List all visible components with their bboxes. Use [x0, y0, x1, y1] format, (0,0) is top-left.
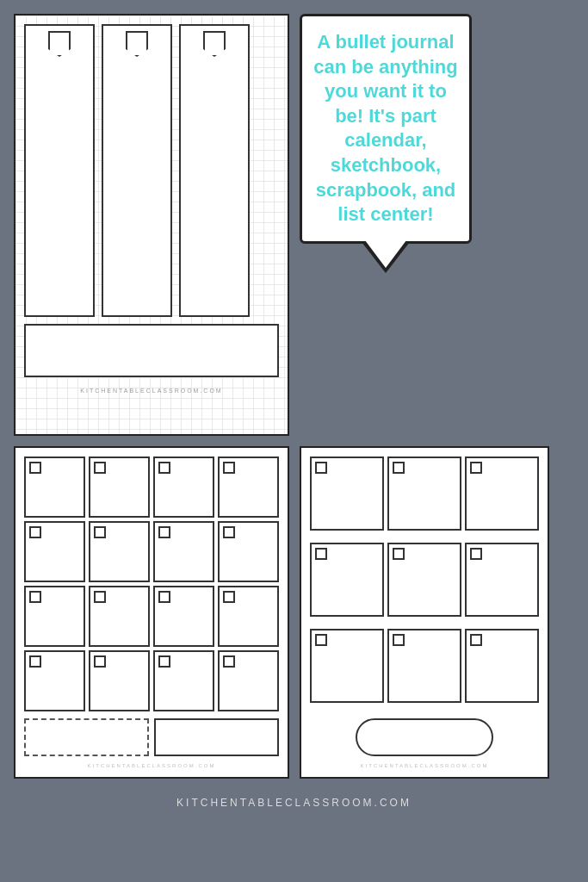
grid-cell — [153, 457, 214, 518]
cell-corner — [94, 462, 106, 474]
speech-bubble-tail — [362, 242, 410, 273]
grid-right-cells — [310, 457, 539, 711]
cell-corner — [94, 526, 106, 538]
grid-left-cells — [24, 457, 279, 711]
bookmark-notch-2 — [126, 31, 148, 57]
grid-cell — [387, 543, 461, 617]
oval-box — [356, 718, 493, 756]
footer-text: KITCHENTABLECLASSROOM.COM — [176, 797, 412, 809]
bottom-rectangle — [24, 324, 279, 377]
website-label-right: KITCHENTABLECLASSROOM.COM — [310, 763, 539, 768]
grid-cell — [465, 629, 539, 703]
cell-corner — [470, 462, 482, 474]
paper-top-left: KITCHENTABLECLASSROOM.COM — [14, 14, 289, 436]
bookmark-notch-1 — [48, 31, 71, 57]
bookmark-2 — [102, 24, 172, 317]
grid-cell — [89, 521, 150, 582]
bookmark-1 — [24, 24, 95, 317]
cell-corner — [393, 634, 405, 646]
grid-cell — [310, 629, 384, 703]
speech-bubble-wrapper: A bullet journal can be anything you wan… — [300, 14, 472, 273]
grid-cell — [24, 650, 85, 711]
grid-cell — [218, 457, 279, 518]
cell-corner — [393, 548, 405, 560]
website-label-top: KITCHENTABLECLASSROOM.COM — [24, 388, 279, 394]
cell-corner — [94, 655, 106, 668]
speech-bubble: A bullet journal can be anything you wan… — [300, 14, 472, 244]
cell-corner — [470, 548, 482, 560]
cell-corner — [29, 462, 41, 474]
grid-cell — [89, 586, 150, 647]
grid-cell — [218, 650, 279, 711]
grid-bottom-right — [310, 718, 539, 756]
grid-cell — [89, 650, 150, 711]
bookmarks-row — [24, 24, 279, 317]
cell-corner — [393, 462, 405, 474]
grid-cell — [218, 586, 279, 647]
cell-corner — [158, 462, 170, 474]
cell-corner — [223, 462, 235, 474]
speech-bubble-text: A bullet journal can be anything you wan… — [313, 31, 457, 225]
cell-corner — [94, 591, 106, 603]
top-section: KITCHENTABLECLASSROOM.COM A bullet journ… — [14, 14, 574, 436]
grid-cell — [465, 543, 539, 617]
cell-corner — [29, 526, 41, 538]
cell-corner — [29, 591, 41, 603]
solid-box-bottom — [154, 718, 279, 756]
paper-grid-right: KITCHENTABLECLASSROOM.COM — [300, 446, 549, 779]
grid-cell — [310, 543, 384, 617]
grid-cell — [387, 457, 461, 531]
grid-cell — [89, 457, 150, 518]
cell-corner — [158, 591, 170, 603]
cell-corner — [470, 634, 482, 646]
footer: KITCHENTABLECLASSROOM.COM — [14, 789, 574, 811]
grid-cell — [24, 457, 85, 518]
cell-corner — [29, 655, 41, 668]
cell-corner — [315, 634, 327, 646]
bookmark-3 — [179, 24, 250, 317]
cell-corner — [315, 462, 327, 474]
grid-cell — [310, 457, 384, 531]
grid-cell — [153, 650, 214, 711]
website-label-left: KITCHENTABLECLASSROOM.COM — [24, 763, 279, 768]
dashed-box — [24, 718, 149, 756]
grid-cell — [153, 586, 214, 647]
cell-corner — [158, 655, 170, 668]
bottom-section: KITCHENTABLECLASSROOM.COM KITCHENTABLECL… — [14, 446, 574, 779]
grid-cell — [24, 521, 85, 582]
grid-cell — [387, 629, 461, 703]
grid-cell — [153, 521, 214, 582]
grid-cell — [218, 521, 279, 582]
cell-corner — [223, 591, 235, 603]
grid-cell — [465, 457, 539, 531]
grid-cell — [24, 586, 85, 647]
cell-corner — [158, 526, 170, 538]
cell-corner — [223, 526, 235, 538]
cell-corner — [223, 655, 235, 668]
grid-bottom-left — [24, 718, 279, 756]
bookmark-notch-3 — [203, 31, 226, 57]
paper-grid-left: KITCHENTABLECLASSROOM.COM — [14, 446, 289, 779]
cell-corner — [315, 548, 327, 560]
